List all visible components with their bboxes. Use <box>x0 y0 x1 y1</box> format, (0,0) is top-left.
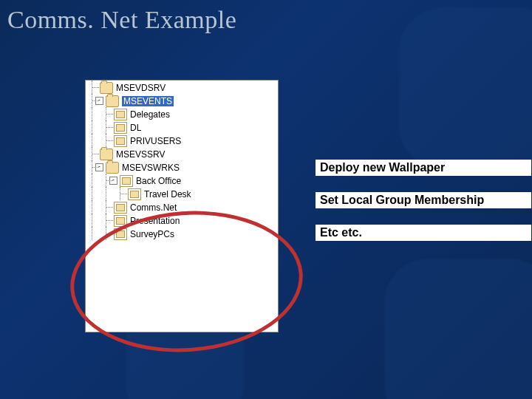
ou-icon <box>114 202 127 214</box>
tree-item-label: MSEVDSRV <box>116 83 166 93</box>
annotation-deploy-wallpaper: Deploy new Wallpaper <box>316 160 531 176</box>
tree-item-label: Presentation <box>130 216 180 226</box>
folder-icon <box>106 162 119 174</box>
tree-item[interactable]: MSEVDSRV <box>86 81 278 94</box>
tree-item-label: SurveyPCs <box>130 229 174 239</box>
ou-icon <box>114 228 127 240</box>
tree-item[interactable]: Delegates <box>86 107 278 120</box>
folder-icon <box>100 82 113 94</box>
bg-shape <box>384 259 532 399</box>
tree-item-label: MSEVSWRKS <box>122 163 180 173</box>
tree-item-label: Comms.Net <box>130 202 177 213</box>
annotation-set-group-membership: Set Local Group Membership <box>316 192 531 208</box>
tree-item[interactable]: DL <box>86 120 278 134</box>
slide: Comms. Net Example MSEVDSRV-MSEVENTSDele… <box>0 0 532 399</box>
ou-icon <box>114 135 127 147</box>
annotation-etc: Etc etc. <box>316 225 531 241</box>
bg-shape <box>399 7 532 170</box>
tree-item-label: PRIVUSERS <box>130 136 181 146</box>
ou-icon <box>120 175 133 187</box>
ou-icon <box>128 188 141 200</box>
tree-item-label: MSEVSSRV <box>116 149 165 160</box>
ou-icon <box>114 215 127 227</box>
tree-item[interactable]: Comms.Net <box>86 200 278 214</box>
tree-item-label: DL <box>130 123 141 133</box>
tree-item[interactable]: -MSEVENTS <box>86 94 278 107</box>
tree-item[interactable]: -Back Office <box>86 174 278 187</box>
tree-item[interactable]: -MSEVSWRKS <box>86 160 278 174</box>
tree-item-label: MSEVENTS <box>122 96 174 106</box>
tree-item[interactable]: Presentation <box>86 214 278 227</box>
tree-item[interactable]: PRIVUSERS <box>86 134 278 147</box>
tree-item[interactable]: MSEVSSRV <box>86 147 278 160</box>
tree-item-label: Back Office <box>136 176 181 186</box>
tree-item-label: Travel Desk <box>144 189 191 200</box>
ou-icon <box>114 122 127 134</box>
tree-item[interactable]: SurveyPCs <box>86 227 278 240</box>
ou-icon <box>114 109 127 120</box>
folder-icon <box>100 149 113 160</box>
tree-item-label: Delegates <box>130 109 170 120</box>
tree-item[interactable]: Travel Desk <box>86 187 278 200</box>
page-title: Comms. Net Example <box>7 6 236 34</box>
tree-view[interactable]: MSEVDSRV-MSEVENTSDelegatesDLPRIVUSERSMSE… <box>85 80 279 332</box>
folder-icon <box>106 95 119 107</box>
